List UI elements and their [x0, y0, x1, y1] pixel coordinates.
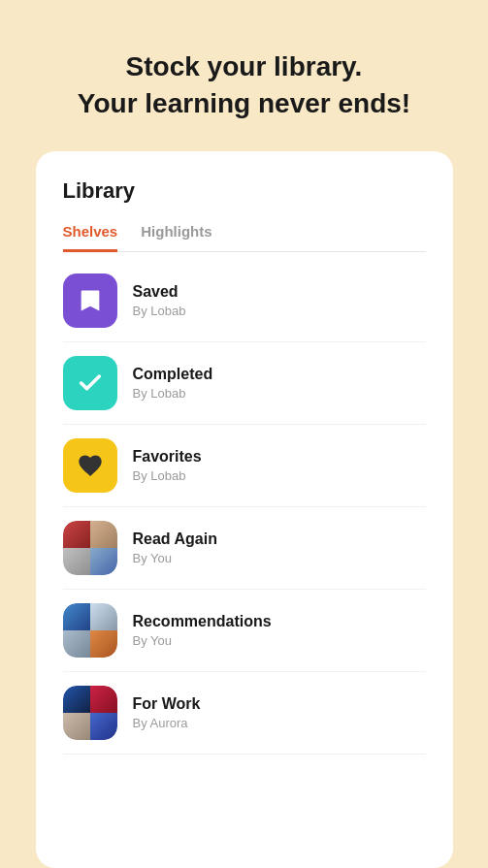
shelf-name: For Work [133, 695, 201, 713]
shelf-icon-read-again [63, 521, 117, 575]
shelf-item-for-work[interactable]: For Work By Aurora [63, 672, 426, 755]
hero-line2: Your learning never ends! [78, 85, 410, 122]
shelf-icon-saved [63, 273, 117, 328]
shelf-by: By Lobab [133, 468, 202, 483]
shelf-item-recommendations[interactable]: Recommendations By You [63, 590, 426, 672]
shelf-icon-recommendations [63, 603, 117, 658]
shelf-icon-completed [63, 356, 117, 410]
tab-shelves[interactable]: Shelves [63, 223, 118, 252]
tab-highlights[interactable]: Highlights [141, 223, 211, 252]
shelf-name: Favorites [133, 448, 202, 466]
library-card: Library Shelves Highlights Saved By Loba… [36, 151, 453, 868]
shelf-info-favorites: Favorites By Lobab [133, 448, 202, 483]
shelf-by: By Lobab [133, 304, 186, 318]
shelf-by: By Aurora [133, 716, 201, 730]
shelf-name: Saved [133, 283, 186, 301]
shelf-item-completed[interactable]: Completed By Lobab [63, 342, 426, 425]
shelf-item-read-again[interactable]: Read Again By You [63, 507, 426, 590]
shelf-by: By You [133, 551, 217, 565]
shelf-icon-for-work [63, 686, 117, 740]
shelf-name: Read Again [133, 530, 217, 548]
hero-section: Stock your library. Your learning never … [49, 0, 439, 151]
shelf-icon-favorites [63, 438, 117, 493]
shelf-info-saved: Saved By Lobab [133, 283, 186, 318]
shelf-by: By Lobab [133, 386, 213, 401]
shelf-info-completed: Completed By Lobab [133, 366, 213, 401]
shelf-info-recommendations: Recommendations By You [133, 613, 272, 648]
shelf-item-favorites[interactable]: Favorites By Lobab [63, 425, 426, 507]
shelf-list: Saved By Lobab Completed By Lobab [63, 260, 426, 755]
shelf-item-saved[interactable]: Saved By Lobab [63, 260, 426, 342]
shelf-info-for-work: For Work By Aurora [133, 695, 201, 730]
shelf-name: Recommendations [133, 613, 272, 630]
shelf-by: By You [133, 633, 272, 648]
hero-line1: Stock your library. [78, 48, 410, 85]
shelf-name: Completed [133, 366, 213, 383]
shelf-info-read-again: Read Again By You [133, 530, 217, 565]
tabs-bar: Shelves Highlights [63, 223, 426, 252]
card-title: Library [63, 178, 426, 204]
